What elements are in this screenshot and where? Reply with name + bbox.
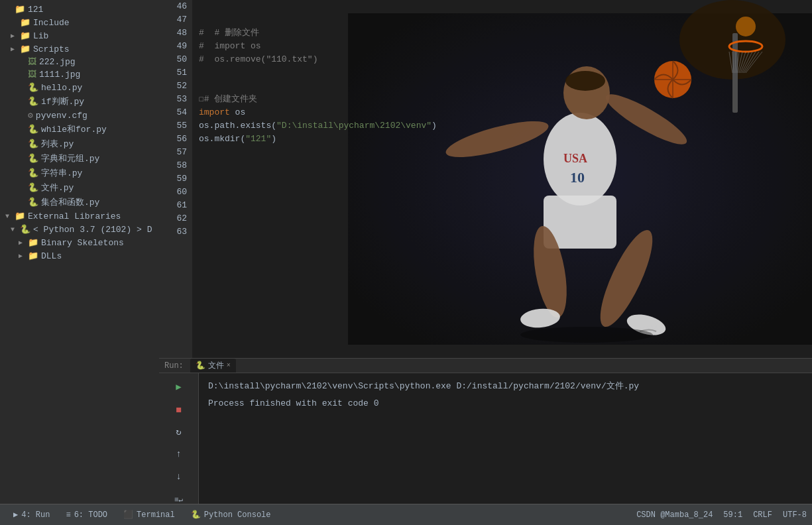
terminal-tab-label: Terminal xyxy=(137,510,175,520)
run-output: D:\install\pycharm\2102\venv\Scripts\pyt… xyxy=(199,373,812,504)
run-wrap-button[interactable]: ≡↵ xyxy=(170,490,188,504)
status-encoding[interactable]: UTF-8 xyxy=(783,510,807,520)
sidebar-item-dictpy[interactable]: 🐍字典和元组.py xyxy=(0,151,159,166)
sidebar-item-include[interactable]: 📁Include xyxy=(0,16,159,29)
todo-tab-label: 6: TODO xyxy=(74,510,107,520)
line-number-48: 48 xyxy=(164,27,187,40)
sidebar-item-label: if判断.py xyxy=(41,95,84,107)
run-content: ▶ ◼ ↻ ↑ ↓ ≡↵ ⇅ 📌 🗑 D:\install\pycharm\21… xyxy=(159,373,812,504)
run-tab-file[interactable]: 🐍 文件 × xyxy=(190,359,236,373)
py-icon: 🐍 xyxy=(28,168,38,178)
position-text: 59:1 xyxy=(723,510,742,520)
line-number-57: 57 xyxy=(164,146,187,159)
code-line-58 xyxy=(199,159,812,172)
python_console-tab-label: Python Console xyxy=(204,510,271,520)
py-icon: 🐍 xyxy=(28,139,38,149)
code-editor[interactable]: # # 删除文件# import os# os.remove("110.txt"… xyxy=(192,0,812,358)
editor-container: USA 10 xyxy=(159,0,812,504)
run-scroll-up-button[interactable]: ↑ xyxy=(170,445,188,463)
sidebar-item-label: 字符串.py xyxy=(41,167,82,179)
code-line-59 xyxy=(199,172,812,186)
sidebar-item-extlib[interactable]: ▼📁External Libraries xyxy=(0,209,159,223)
code-line-63 xyxy=(199,225,812,239)
sidebar-item-dlls[interactable]: ▶📁DLLs xyxy=(0,249,159,262)
py-icon: 🐍 xyxy=(28,153,38,164)
sidebar-item-1111jpg[interactable]: 🖼1111.jpg xyxy=(0,68,159,81)
line-number-53: 53 xyxy=(164,93,187,106)
sidebar-item-python37[interactable]: ▼🐍< Python 3.7 (2102) > D xyxy=(0,223,159,236)
status-crlf[interactable]: CRLF xyxy=(753,510,772,520)
normal-token: os.mkdir( xyxy=(199,134,245,144)
folder-icon: 📁 xyxy=(28,237,38,248)
status-watermark: CSDN @Mamba_8_24 xyxy=(636,510,713,520)
sidebar-item-filepy[interactable]: 🐍文件.py xyxy=(0,180,159,195)
main-area: 📁121📁Include▶📁Lib▶📁Scripts🖼222.jpg🖼1111.… xyxy=(0,0,812,504)
run-tab-close[interactable]: × xyxy=(227,362,231,369)
sidebar-item-whilepy[interactable]: 🐍while和for.py xyxy=(0,122,159,137)
sidebar-item-label: Binary Skeletons xyxy=(41,238,124,248)
comment-token: # os.remove("110.txt") xyxy=(199,54,318,64)
line-number-62: 62 xyxy=(164,212,187,225)
code-line-57 xyxy=(199,146,812,159)
sidebar-item-label: Scripts xyxy=(33,44,70,54)
sidebar-item-binskel[interactable]: ▶📁Binary Skeletons xyxy=(0,236,159,249)
code-line-62 xyxy=(199,212,812,225)
folder-icon: 📁 xyxy=(15,4,25,15)
py-icon: 🐍 xyxy=(28,124,38,135)
sidebar-item-pyvenv[interactable]: ⚙pyvenv.cfg xyxy=(0,109,159,122)
folder-icon: 📁 xyxy=(20,17,30,28)
bottom-tab-terminal[interactable]: ⬛Terminal xyxy=(115,504,183,526)
sidebar-item-lib[interactable]: ▶📁Lib xyxy=(0,29,159,42)
sidebar: 📁121📁Include▶📁Lib▶📁Scripts🖼222.jpg🖼1111.… xyxy=(0,0,159,504)
run-play-button[interactable]: ▶ xyxy=(170,377,188,396)
sidebar-item-label: 121 xyxy=(28,5,43,15)
py-icon: 🐍 xyxy=(28,197,38,207)
line-number-55: 55 xyxy=(164,119,187,133)
sidebar-item-hellopy[interactable]: 🐍hello.py xyxy=(0,81,159,94)
arrow-icon: ▶ xyxy=(11,45,20,53)
sidebar-item-strpy[interactable]: 🐍字符串.py xyxy=(0,166,159,180)
editor-content: USA 10 xyxy=(159,0,812,358)
code-line-49: # import os xyxy=(199,40,812,53)
bottom-tab-python_console[interactable]: 🐍Python Console xyxy=(183,504,279,526)
sidebar-item-ifpy[interactable]: 🐍if判断.py xyxy=(0,94,159,109)
normal-token: ) xyxy=(432,121,437,131)
comment-token: ☐# 创建文件夹 xyxy=(199,94,257,104)
run-output-result: Process finished with exit code 0 xyxy=(208,398,803,408)
folder-icon: 📁 xyxy=(20,44,30,54)
status-position[interactable]: 59:1 xyxy=(723,510,742,520)
run-sidebar: ▶ ◼ ↻ ↑ ↓ ≡↵ ⇅ 📌 🗑 xyxy=(159,373,199,504)
bottom-tab-todo[interactable]: ≡6: TODO xyxy=(58,504,115,526)
sidebar-item-121[interactable]: 📁121 xyxy=(0,3,159,16)
run-scroll-down-button[interactable]: ↓ xyxy=(170,467,188,486)
arrow-icon: ▼ xyxy=(11,226,20,233)
crlf-text: CRLF xyxy=(753,510,772,520)
sidebar-item-label: External Libraries xyxy=(28,211,121,221)
py-icon: 🐍 xyxy=(20,224,30,235)
line-number-56: 56 xyxy=(164,133,187,146)
sidebar-item-label: 1111.jpg xyxy=(39,70,80,80)
arrow-icon: ▼ xyxy=(5,213,15,220)
sidebar-item-label: < Python 3.7 (2102) > D xyxy=(33,225,152,235)
sidebar-item-scripts[interactable]: ▶📁Scripts xyxy=(0,42,159,56)
run-label: Run: xyxy=(164,361,184,371)
line-number-52: 52 xyxy=(164,80,187,93)
run-rerun-button[interactable]: ↻ xyxy=(170,422,188,441)
run-tab-icon: ▶ xyxy=(13,510,18,520)
run-tab-icon: 🐍 xyxy=(196,361,205,371)
normal-token: os xyxy=(230,107,245,117)
line-number-46: 46 xyxy=(164,0,187,13)
run-stop-button[interactable]: ◼ xyxy=(170,400,188,418)
sidebar-item-listpy[interactable]: 🐍列表.py xyxy=(0,137,159,151)
todo-tab-icon: ≡ xyxy=(66,510,70,520)
watermark-text: CSDN @Mamba_8_24 xyxy=(636,510,713,520)
sidebar-item-setpy[interactable]: 🐍集合和函数.py xyxy=(0,195,159,209)
code-line-52 xyxy=(199,80,812,93)
sidebar-item-label: 列表.py xyxy=(41,138,74,150)
sidebar-item-label: 222.jpg xyxy=(39,57,76,67)
sidebar-item-222jpg[interactable]: 🖼222.jpg xyxy=(0,56,159,68)
line-number-59: 59 xyxy=(164,172,187,186)
line-number-61: 61 xyxy=(164,199,187,212)
comment-token: # import os xyxy=(199,41,261,51)
bottom-tab-run[interactable]: ▶4: Run xyxy=(5,504,58,526)
